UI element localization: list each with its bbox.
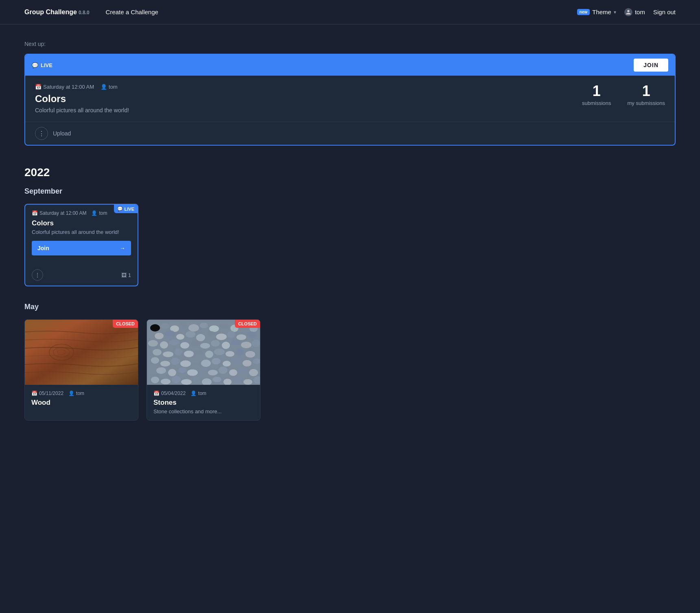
new-badge: new	[577, 9, 590, 15]
live-card-header: 💬 LIVE JOIN	[25, 55, 675, 76]
svg-point-68	[151, 377, 159, 383]
svg-point-22	[216, 334, 227, 340]
svg-point-10	[200, 323, 208, 328]
card-options-button[interactable]: ⋮	[32, 269, 43, 281]
svg-point-50	[180, 360, 191, 367]
wood-calendar-icon: 📅	[31, 390, 37, 396]
svg-point-41	[195, 349, 203, 355]
svg-point-28	[169, 340, 179, 345]
username: tom	[635, 9, 645, 15]
date-meta: 📅 Saturday at 12:00 AM	[35, 84, 94, 90]
challenge-card-sep-colors: 💬 LIVE 📅 Saturday at 12:00 AM 👤 tom Colo…	[24, 204, 138, 286]
app-logo: Group Challenge0.8.0	[24, 9, 90, 16]
upload-label: Upload	[53, 130, 71, 137]
submissions-label: submissions	[582, 100, 611, 106]
join-button[interactable]: JOIN	[634, 59, 668, 72]
svg-point-63	[208, 370, 218, 375]
live-card-stats: 1 submissions 1 my submissions	[582, 84, 665, 106]
svg-point-70	[172, 376, 181, 383]
challenge-card-may-stones: CLOSED	[147, 319, 260, 421]
card-author-meta: 👤 tom	[91, 210, 107, 216]
header-right: new Theme ▾ tom Sign out	[577, 8, 676, 16]
svg-point-48	[160, 361, 170, 366]
wood-closed-badge: CLOSED	[113, 320, 138, 328]
svg-point-66	[238, 368, 249, 373]
header: Group Challenge0.8.0 Create a Challenge …	[0, 0, 700, 24]
main-content: Next up: 💬 LIVE JOIN 📅 Saturday at 12:00…	[0, 24, 700, 437]
person-icon: 👤	[101, 84, 107, 90]
svg-point-25	[247, 332, 256, 338]
month-september-header: September	[24, 187, 676, 196]
live-indicator: 💬 LIVE	[32, 62, 52, 68]
svg-point-6	[161, 323, 169, 329]
submissions-stat: 1 submissions	[582, 84, 611, 106]
svg-point-76	[232, 376, 243, 384]
stones-person-icon: 👤	[190, 390, 197, 396]
card-arrow-icon: →	[120, 245, 125, 251]
live-card-large: 💬 LIVE JOIN 📅 Saturday at 12:00 AM 👤 tom	[24, 54, 676, 146]
may-cards-grid: CLOSED	[24, 319, 676, 421]
stones-card-meta: 📅 05/04/2022 👤 tom	[153, 390, 254, 396]
live-card-info: 📅 Saturday at 12:00 AM 👤 tom Colors Colo…	[35, 84, 582, 113]
my-submissions-stat: 1 my submissions	[628, 84, 665, 106]
next-up-label: Next up:	[24, 41, 676, 47]
svg-point-8	[180, 322, 187, 327]
svg-point-61	[187, 369, 198, 376]
wood-author-meta: 👤 tom	[68, 390, 84, 396]
theme-label: Theme	[592, 9, 611, 15]
svg-point-55	[232, 357, 242, 364]
card-title-sep-colors: Colors	[32, 219, 131, 227]
svg-point-46	[245, 351, 255, 358]
live-card-meta: 📅 Saturday at 12:00 AM 👤 tom	[35, 84, 582, 90]
svg-point-74	[212, 377, 221, 382]
svg-point-27	[160, 341, 168, 349]
svg-point-56	[243, 360, 252, 366]
svg-point-47	[151, 357, 159, 364]
svg-point-53	[212, 358, 221, 364]
svg-point-16	[155, 333, 164, 339]
theme-button[interactable]: new Theme ▾	[577, 9, 616, 15]
wood-card-info: 📅 05/11/2022 👤 tom Wood	[25, 385, 138, 414]
svg-point-32	[211, 340, 220, 347]
svg-point-59	[168, 369, 176, 376]
card-image-icon: 🖼	[121, 272, 127, 278]
card-count-number: 1	[128, 272, 131, 278]
svg-point-62	[199, 367, 207, 374]
user-info[interactable]: tom	[624, 8, 645, 16]
month-may-header: May	[24, 303, 676, 311]
svg-point-29	[180, 342, 189, 349]
card-date-meta: 📅 Saturday at 12:00 AM	[32, 210, 86, 216]
svg-point-26	[148, 340, 158, 347]
stones-closed-badge: CLOSED	[235, 320, 260, 328]
stones-card-desc: Stone collections and more...	[153, 408, 254, 414]
svg-point-35	[241, 342, 252, 348]
live-card-footer: ⋮ Upload	[25, 122, 675, 145]
svg-point-65	[229, 369, 237, 376]
my-submissions-label: my submissions	[628, 100, 665, 106]
svg-point-45	[236, 349, 244, 356]
svg-point-23	[227, 331, 235, 338]
live-card-desc: Colorful pictures all around the world!	[35, 107, 582, 113]
svg-point-54	[223, 361, 231, 366]
svg-point-34	[231, 340, 241, 345]
wood-author: tom	[76, 390, 84, 396]
year-2022-header: 2022	[24, 166, 676, 179]
challenge-card-may-wood: CLOSED	[24, 319, 138, 421]
september-cards-grid: 💬 LIVE 📅 Saturday at 12:00 AM 👤 tom Colo…	[24, 204, 676, 286]
card-body-sep-colors: 📅 Saturday at 12:00 AM 👤 tom Colors Colo…	[25, 205, 138, 266]
svg-point-72	[192, 377, 201, 383]
svg-point-12	[220, 323, 229, 329]
svg-point-37	[153, 349, 162, 356]
chevron-down-icon: ▾	[614, 9, 616, 15]
svg-point-5	[150, 324, 160, 332]
sign-out-button[interactable]: Sign out	[653, 9, 676, 15]
svg-point-77	[243, 379, 252, 385]
submissions-count: 1	[582, 84, 611, 98]
options-button[interactable]: ⋮	[35, 127, 48, 140]
wood-date-meta: 📅 05/11/2022	[31, 390, 63, 396]
card-join-button[interactable]: Join →	[32, 241, 131, 255]
card-desc-sep-colors: Colorful pictures all around the world!	[32, 229, 131, 235]
svg-point-36	[252, 340, 260, 347]
create-challenge-link[interactable]: Create a Challenge	[106, 9, 158, 15]
svg-point-21	[207, 331, 215, 337]
